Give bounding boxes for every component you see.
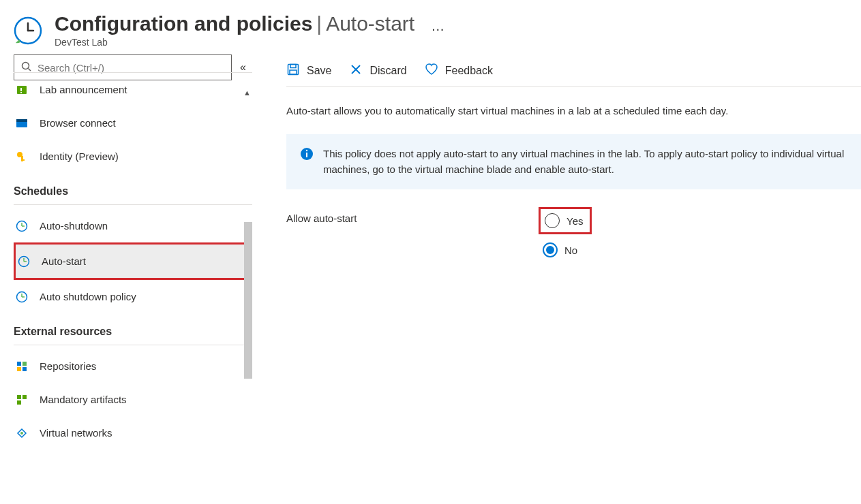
- svg-rect-23: [17, 362, 21, 366]
- form-label: Allow auto-start: [286, 207, 539, 224]
- sidebar-item-auto-start[interactable]: Auto-start: [16, 245, 250, 278]
- svg-rect-37: [306, 153, 307, 157]
- sidebar-item-label: Repositories: [40, 360, 96, 372]
- announcement-icon: [15, 83, 29, 97]
- browser-icon: [15, 116, 29, 130]
- sidebar-item-browser-connect[interactable]: Browser connect: [14, 106, 252, 140]
- main-content: Save Discard Feedback Auto-start allows …: [252, 54, 861, 493]
- svg-rect-29: [17, 400, 21, 405]
- page-title: Configuration and policies: [55, 12, 312, 35]
- svg-rect-8: [20, 92, 22, 93]
- sidebar: « ▲ Lab announcement Browser connect: [0, 54, 252, 493]
- close-icon: [349, 63, 363, 79]
- radio-circle-selected: [543, 242, 558, 257]
- radio-label: Yes: [567, 215, 583, 227]
- sidebar-item-lab-announcement[interactable]: Lab announcement: [14, 73, 252, 106]
- sidebar-item-label: Mandatory artifacts: [40, 394, 127, 405]
- page-title-section: Auto-start: [326, 12, 414, 35]
- info-icon: [300, 147, 314, 163]
- sidebar-item-identity[interactable]: Identity (Preview): [14, 140, 252, 173]
- sidebar-item-label: Identity (Preview): [40, 151, 119, 162]
- sidebar-item-virtual-networks[interactable]: Virtual networks: [14, 416, 252, 450]
- sidebar-item-label: Auto-start: [42, 255, 86, 267]
- repo-icon: [15, 360, 29, 373]
- svg-rect-28: [22, 395, 27, 399]
- scroll-up-icon[interactable]: ▲: [243, 89, 251, 97]
- svg-rect-27: [17, 395, 21, 399]
- svg-rect-32: [290, 64, 296, 67]
- clock-icon: [17, 255, 31, 268]
- svg-rect-10: [16, 119, 27, 122]
- feedback-button[interactable]: Feedback: [425, 63, 493, 79]
- allow-auto-start-row: Allow auto-start Yes No: [286, 207, 861, 262]
- info-banner: This policy does not apply auto-start to…: [286, 134, 861, 189]
- page-title-row: Configuration and policies | Auto-start …: [55, 12, 446, 35]
- search-input[interactable]: [37, 62, 224, 74]
- toolbar-label: Feedback: [445, 65, 493, 77]
- save-icon: [286, 63, 300, 79]
- svg-rect-24: [22, 362, 27, 366]
- sidebar-section-schedules: Schedules: [14, 173, 252, 205]
- sidebar-item-auto-shutdown-policy[interactable]: Auto shutdown policy: [14, 280, 252, 313]
- sidebar-item-label: Auto shutdown policy: [40, 291, 136, 302]
- heart-icon: [425, 63, 438, 79]
- toolbar: Save Discard Feedback: [286, 54, 861, 87]
- svg-line-5: [29, 68, 31, 71]
- svg-rect-13: [21, 159, 25, 161]
- sidebar-item-mandatory-artifacts[interactable]: Mandatory artifacts: [14, 383, 252, 416]
- more-actions-icon[interactable]: …: [431, 18, 446, 34]
- vnet-icon: [15, 426, 29, 440]
- sidebar-item-auto-shutdown[interactable]: Auto-shutdown: [14, 209, 252, 242]
- page-description: Auto-start allows you to automatically s…: [286, 105, 861, 116]
- svg-rect-33: [290, 70, 297, 74]
- sidebar-section-external: External resources: [14, 313, 252, 345]
- sidebar-item-label: Browser connect: [40, 117, 116, 129]
- toolbar-label: Save: [307, 65, 331, 77]
- clock-icon: [15, 219, 29, 233]
- svg-rect-25: [17, 367, 21, 371]
- resource-type-label: DevTest Lab: [55, 37, 446, 48]
- sidebar-item-label: Auto-shutdown: [40, 220, 108, 232]
- sidebar-item-label: Virtual networks: [40, 427, 112, 439]
- highlight-auto-start: Auto-start: [14, 242, 252, 280]
- clock-icon: [15, 290, 29, 304]
- discard-button[interactable]: Discard: [349, 63, 406, 79]
- sidebar-item-label: Lab announcement: [40, 84, 127, 95]
- sidebar-item-repositories[interactable]: Repositories: [14, 349, 252, 383]
- clock-resource-icon: [14, 16, 42, 45]
- toolbar-label: Discard: [369, 65, 406, 77]
- svg-point-30: [20, 432, 23, 435]
- radio-option-no[interactable]: No: [539, 238, 592, 262]
- info-text: This policy does not apply auto-start to…: [323, 146, 847, 177]
- artifacts-icon: [15, 393, 29, 407]
- radio-label: No: [564, 245, 577, 256]
- page-header: Configuration and policies | Auto-start …: [0, 0, 861, 54]
- radio-option-yes[interactable]: Yes: [539, 207, 592, 234]
- scrollbar-thumb[interactable]: [244, 222, 252, 379]
- svg-rect-26: [22, 367, 27, 371]
- save-button[interactable]: Save: [286, 63, 331, 79]
- key-icon: [15, 150, 29, 163]
- radio-circle: [545, 213, 560, 228]
- title-separator: |: [316, 12, 322, 35]
- svg-rect-7: [20, 88, 22, 91]
- svg-point-38: [306, 150, 307, 151]
- svg-point-4: [22, 62, 29, 69]
- allow-auto-start-radio-group: Yes No: [539, 207, 592, 262]
